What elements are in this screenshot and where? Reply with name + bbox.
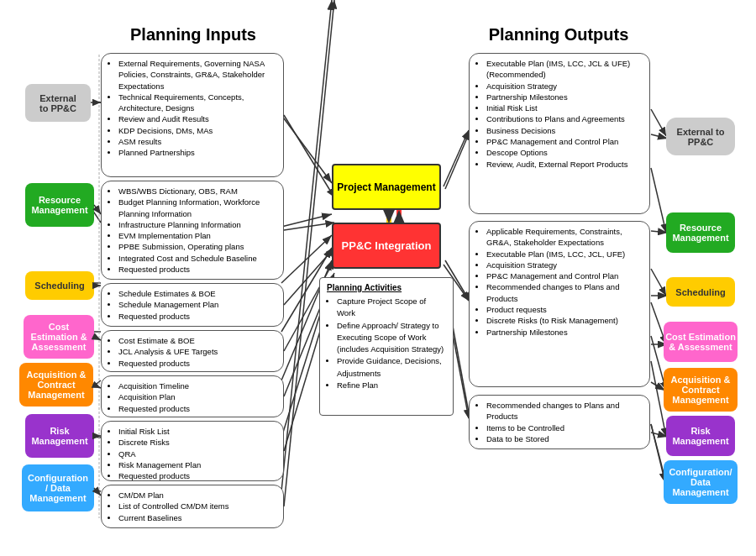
- diagram: Planning Inputs Planning Outputs: [0, 0, 756, 556]
- svg-line-31: [94, 337, 101, 340]
- label-cost: CostEstimation &Assessment: [24, 315, 94, 359]
- svg-line-29: [94, 205, 101, 214]
- label-config: Configuration/ DataManagement: [22, 464, 94, 511]
- svg-line-42: [444, 130, 469, 186]
- input-box-config: CM/DM Plan List of Controlled CM/DM item…: [101, 485, 284, 528]
- right-label-acquisition: Acquisition &ContractManagement: [664, 368, 738, 412]
- input-box-acquisition: Acquisition Timeline Acquisition Plan Re…: [101, 375, 284, 417]
- output-box-middle: Applicable Requirements, Constraints, GR…: [469, 221, 650, 387]
- right-label-resource: ResourceManagement: [666, 212, 735, 253]
- svg-line-7: [281, 115, 332, 183]
- output-box-bottom: Recommended changes to Plans and Product…: [469, 395, 650, 449]
- label-scheduling: Scheduling: [25, 271, 94, 300]
- ppc-integration-box: PP&C Integration: [332, 223, 441, 269]
- input-box-external: External Requirements, Governing NASA Po…: [101, 53, 284, 177]
- project-management-box: Project Management: [332, 164, 441, 210]
- svg-line-6: [94, 490, 101, 491]
- svg-line-36: [284, 223, 334, 230]
- output-box-top: Executable Plan (IMS, LCC, JCL & UFE) (R…: [469, 53, 650, 214]
- svg-line-41: [284, 0, 334, 506]
- svg-line-35: [284, 115, 334, 197]
- right-label-external: External toPP&C: [666, 118, 735, 155]
- right-label-cost: Cost Estimation& Assessment: [664, 322, 738, 362]
- label-acquisition: Acquisition &ContractManagement: [19, 363, 93, 407]
- input-box-risk: Initial Risk List Discrete Risks QRA Ris…: [101, 421, 284, 481]
- svg-line-14: [445, 130, 470, 189]
- input-box-cost: Cost Estimate & BOE JCL Analysis & UFE T…: [101, 330, 284, 372]
- svg-line-46: [651, 168, 666, 233]
- planning-inputs-title: Planning Inputs: [101, 25, 286, 45]
- svg-line-45: [651, 109, 666, 136]
- svg-line-34: [94, 488, 101, 496]
- label-resource: ResourceManagement: [25, 183, 94, 227]
- planning-activities-title: Planning Activities: [327, 283, 446, 292]
- svg-line-13: [281, 0, 332, 491]
- svg-line-17: [651, 134, 668, 139]
- label-risk: RiskManagement: [25, 414, 94, 458]
- svg-line-8: [281, 214, 332, 227]
- input-box-resource: WBS/WBS Dictionary, OBS, RAM Budget Plan…: [101, 181, 284, 280]
- planning-activities-box: Planning Activities Capture Project Scop…: [319, 277, 454, 416]
- svg-line-4: [93, 380, 101, 386]
- svg-line-47: [651, 269, 666, 296]
- right-label-risk: RiskManagement: [666, 416, 735, 456]
- right-label-config: Configuration/DataManagement: [664, 460, 738, 504]
- svg-line-32: [93, 385, 101, 388]
- input-box-scheduling: Schedule Estimates & BOE Schedule Manage…: [101, 283, 284, 327]
- svg-line-18: [651, 231, 668, 233]
- svg-line-22: [651, 433, 668, 437]
- right-label-scheduling: Scheduling: [666, 277, 735, 307]
- svg-line-9: [281, 235, 332, 283]
- planning-outputs-title: Planning Outputs: [466, 25, 651, 45]
- label-external: Externalto PP&C: [25, 84, 91, 122]
